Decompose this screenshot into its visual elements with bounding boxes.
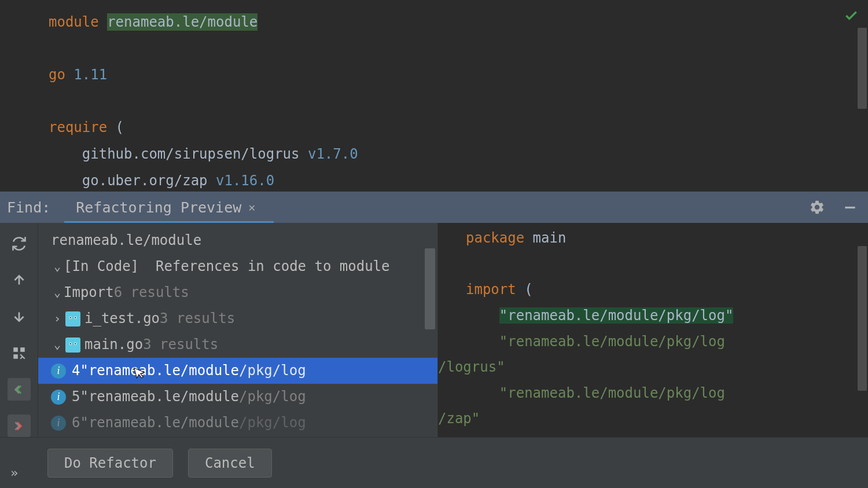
paren-open: ( [516,281,533,298]
tree-usage-row[interactable]: i4 "renameab.le/module/pkg/log [38,358,437,384]
file-count: 3 results [143,332,218,357]
svg-point-13 [75,343,76,344]
find-panel-body: renameab.le/module ⌄ [In Code] Reference… [0,223,868,437]
cancel-button[interactable]: Cancel [188,449,272,478]
gear-icon[interactable] [809,199,825,215]
keyword-module: module [49,14,99,30]
svg-rect-0 [845,207,855,208]
svg-rect-3 [13,354,18,359]
line-number: 4 [72,358,80,383]
prev-change-icon[interactable] [8,378,31,401]
dependency-version: v1.16.0 [216,173,274,189]
line-number: 5 [72,384,80,409]
root-path: renameab.le/module [51,228,201,253]
usage-tail: /pkg/log [239,358,306,383]
tab-refactoring-preview[interactable]: Refactoring Preview ✕ [71,192,260,223]
usage-preview-pane: package main import ( "renameab.le/modul… [437,223,868,437]
usage-text: "renameab.le/module [80,384,239,409]
dependency-version: v1.7.0 [308,146,358,162]
do-refactor-button[interactable]: Do Refactor [47,449,173,478]
import-path-cont: /zap" [438,410,480,427]
dependency-lib: github.com/sirupsen/logrus [82,146,300,162]
keyword-go: go [49,67,65,83]
code-line: module renameab.le/module [49,9,868,36]
import-count: 6 results [114,280,189,305]
chevron-down-icon[interactable]: ⌄ [51,282,64,303]
svg-point-12 [70,343,71,344]
svg-point-8 [75,317,76,318]
editor-scrollbar[interactable] [858,28,867,109]
more-icon[interactable]: » [10,465,18,480]
code-line-blank [49,36,868,63]
svg-rect-9 [65,337,80,353]
code-line: import ( [438,277,868,303]
usage-tail: /pkg/log [239,384,306,409]
code-line: "renameab.le/module/pkg/log [438,329,868,355]
import-path: "renameab.le/module/pkg/log [499,385,725,401]
file-name: i_test.go [84,306,160,331]
tree-import-group[interactable]: ⌄ Import 6 results [38,280,437,306]
editor-pane: module renameab.le/module go 1.11 requir… [0,0,868,191]
find-panel-header: Find: Refactoring Preview ✕ [0,191,868,223]
code-line: /zap" [438,406,868,432]
usage-text: "renameab.le/module [80,358,239,383]
svg-rect-2 [20,347,25,352]
tree-usage-row[interactable]: i6 "renameab.le/module/pkg/log [38,410,437,436]
chevron-right-icon[interactable]: › [51,308,64,329]
dependency-lib: go.uber.org/zap [82,173,208,189]
arrow-down-icon[interactable] [8,305,31,328]
code-line: go.uber.org/zap v1.16.0 [49,168,868,195]
file-name: main.go [84,332,143,357]
button-bar: Do Refactor Cancel [0,437,868,488]
close-tab-icon[interactable]: ✕ [248,200,255,214]
usages-tree[interactable]: renameab.le/module ⌄ [In Code] Reference… [38,223,437,437]
svg-point-7 [70,317,71,318]
tree-root[interactable]: renameab.le/module [38,228,437,254]
import-path-highlighted: "renameab.le/module/pkg/log" [499,307,734,324]
keyword-require: require [49,119,107,135]
tree-usage-row[interactable]: i5 "renameab.le/module/pkg/log [38,384,437,410]
svg-rect-1 [13,347,18,352]
line-number: 6 [72,410,80,435]
tree-file-item[interactable]: ⌄ main.go 3 results [38,332,437,358]
tree-scrollbar[interactable] [425,248,435,329]
usage-tail: /pkg/log [239,410,306,435]
arrow-up-icon[interactable] [8,269,31,291]
go-file-icon [65,311,81,327]
code-line: package main [438,225,868,251]
import-path: "renameab.le/module/pkg/log [499,333,725,350]
tab-label: Refactoring Preview [76,199,241,216]
code-line: github.com/sirupsen/logrus v1.7.0 [49,141,868,168]
find-toolbar [0,223,38,437]
grid-icon[interactable] [8,342,31,364]
minimize-icon[interactable] [843,200,858,215]
preview-scrollbar[interactable] [858,246,867,391]
inspection-ok-icon[interactable] [844,2,859,33]
chevron-down-icon[interactable]: ⌄ [51,334,64,355]
go-version: 1.11 [73,67,107,83]
info-icon: i [51,364,66,379]
code-line: /logrus" [438,354,868,380]
tree-file-item[interactable]: › i_test.go 3 results [38,306,437,332]
go-file-icon [65,337,81,353]
package-name: main [533,230,567,246]
file-count: 3 results [160,306,235,331]
tree-section[interactable]: ⌄ [In Code] References in code to module [38,254,437,280]
usage-text: "renameab.le/module [80,410,239,435]
chevron-down-icon[interactable]: ⌄ [51,256,64,277]
info-icon: i [51,390,66,405]
next-change-icon[interactable] [8,414,31,437]
code-line: "renameab.le/module/pkg/log [438,380,868,406]
keyword-package: package [466,230,524,246]
paren-open: ( [107,119,124,135]
refresh-icon[interactable] [8,232,31,255]
code-line: require ( [49,115,868,141]
import-path-cont: /logrus" [438,359,505,375]
info-icon: i [51,416,66,431]
svg-rect-4 [65,311,80,326]
code-line: go 1.11 [49,62,868,89]
code-line-blank [438,251,868,277]
section-label: [In Code] References in code to module [64,254,390,279]
import-label: Import [64,280,114,305]
code-line: "renameab.le/module/pkg/log" [438,303,868,329]
